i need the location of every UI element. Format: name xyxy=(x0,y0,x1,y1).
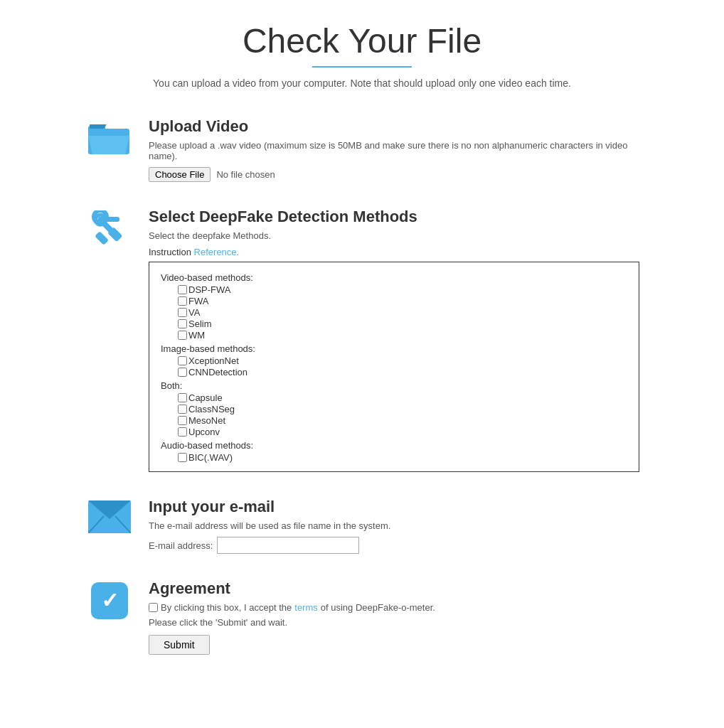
methods-desc: Select the deepfake Methods. xyxy=(149,230,639,241)
audio-methods-list: BIC(.WAV) xyxy=(161,452,627,463)
envelope-icon xyxy=(88,500,131,533)
agreement-content: Agreement By clicking this box, I accept… xyxy=(149,579,639,655)
list-item: Selim xyxy=(178,318,627,329)
list-item: CNNDetection xyxy=(178,367,627,378)
no-file-label: No file chosen xyxy=(216,169,275,180)
upload-icon-container xyxy=(85,120,134,156)
list-item: WM xyxy=(178,330,627,341)
email-label: E-mail address: xyxy=(149,540,213,551)
submit-button[interactable]: Submit xyxy=(149,635,210,655)
list-item: BIC(.WAV) xyxy=(178,452,627,463)
both-methods-list: Capsule ClassNSeg MesoNet Upconv xyxy=(161,392,627,437)
list-item: VA xyxy=(178,307,627,318)
capsule-checkbox[interactable] xyxy=(178,393,187,402)
svg-rect-9 xyxy=(98,217,119,222)
list-item: ClassNSeg xyxy=(178,404,627,414)
agreement-icon-container: ✓ xyxy=(85,582,134,619)
upload-content: Upload Video Please upload a .wav video … xyxy=(149,117,639,182)
file-input-row: Choose File No file chosen xyxy=(149,167,639,182)
upload-section: Upload Video Please upload a .wav video … xyxy=(85,117,639,182)
va-checkbox[interactable] xyxy=(178,308,187,317)
page-subtitle: You can upload a video from your compute… xyxy=(85,77,639,89)
svg-marker-2 xyxy=(90,124,107,129)
email-section: Input your e-mail The e-mail address wil… xyxy=(85,498,639,554)
video-methods-list: DSP-FWA FWA VA Selim WM xyxy=(161,284,627,341)
choose-file-button[interactable]: Choose File xyxy=(149,167,211,182)
email-title: Input your e-mail xyxy=(149,498,639,516)
video-based-label: Video-based methods: xyxy=(161,272,627,283)
svg-rect-7 xyxy=(95,231,109,245)
agreement-icon: ✓ xyxy=(91,582,128,619)
wm-checkbox[interactable] xyxy=(178,331,187,340)
list-item: XceptionNet xyxy=(178,355,627,366)
both-label: Both: xyxy=(161,380,627,391)
methods-box: Video-based methods: DSP-FWA FWA VA Seli… xyxy=(149,262,639,472)
instruction-row: Instruction Reference. xyxy=(149,247,639,257)
methods-icon-container xyxy=(85,210,134,247)
methods-content: Select DeepFake Detection Methods Select… xyxy=(149,208,639,472)
audio-based-label: Audio-based methods: xyxy=(161,440,627,451)
page-title: Check Your File xyxy=(85,21,639,60)
title-divider xyxy=(312,66,412,68)
mesonet-checkbox[interactable] xyxy=(178,416,187,425)
agreement-section: ✓ Agreement By clicking this box, I acce… xyxy=(85,579,639,655)
svg-marker-3 xyxy=(88,136,129,154)
image-methods-list: XceptionNet CNNDetection xyxy=(161,355,627,378)
list-item: Capsule xyxy=(178,392,627,403)
agreement-title: Agreement xyxy=(149,579,639,598)
reference-link[interactable]: Reference. xyxy=(194,247,240,257)
email-desc: The e-mail address will be used as file … xyxy=(149,520,639,531)
instruction-text: Instruction xyxy=(149,247,194,257)
upconv-checkbox[interactable] xyxy=(178,427,187,437)
agreement-text-before: By clicking this box, I accept the xyxy=(161,602,292,613)
dsp-fwa-checkbox[interactable] xyxy=(178,285,187,294)
wrench-icon xyxy=(91,210,128,247)
xceptionnet-checkbox[interactable] xyxy=(178,356,187,365)
list-item: MesoNet xyxy=(178,415,627,426)
methods-title: Select DeepFake Detection Methods xyxy=(149,208,639,226)
folder-icon xyxy=(88,120,131,156)
terms-link[interactable]: terms xyxy=(294,602,318,613)
bic-checkbox[interactable] xyxy=(178,453,187,462)
email-icon-container xyxy=(85,500,134,533)
list-item: DSP-FWA xyxy=(178,284,627,295)
classnseg-checkbox[interactable] xyxy=(178,405,187,414)
cnndetection-checkbox[interactable] xyxy=(178,368,187,377)
checkmark-icon: ✓ xyxy=(101,590,119,611)
email-content: Input your e-mail The e-mail address wil… xyxy=(149,498,639,554)
upload-title: Upload Video xyxy=(149,117,639,136)
fwa-checkbox[interactable] xyxy=(178,296,187,306)
list-item: FWA xyxy=(178,296,627,306)
email-row: E-mail address: xyxy=(149,537,639,554)
agreement-text-after: of using DeepFake-o-meter. xyxy=(321,602,435,613)
submit-note: Please click the 'Submit' and wait. xyxy=(149,617,639,628)
methods-section: Select DeepFake Detection Methods Select… xyxy=(85,208,639,472)
list-item: Upconv xyxy=(178,427,627,437)
image-based-label: Image-based methods: xyxy=(161,343,627,354)
agreement-checkbox[interactable] xyxy=(149,603,158,612)
email-input[interactable] xyxy=(217,537,359,554)
page-wrapper: Check Your File You can upload a video f… xyxy=(42,0,682,723)
agreement-row: By clicking this box, I accept the terms… xyxy=(149,602,639,613)
selim-checkbox[interactable] xyxy=(178,319,187,328)
upload-desc: Please upload a .wav video (maximum size… xyxy=(149,140,639,161)
